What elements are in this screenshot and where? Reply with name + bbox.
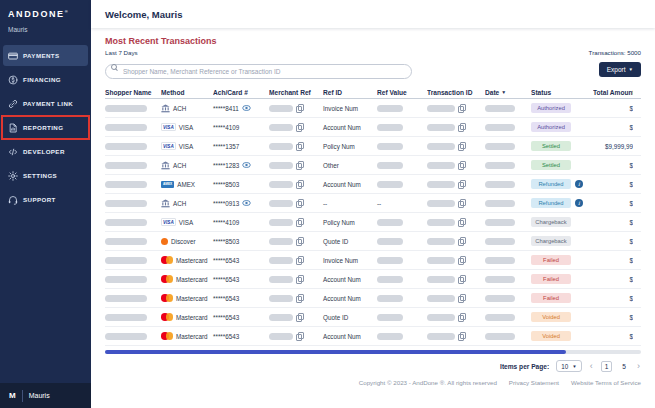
copy-icon[interactable] bbox=[296, 142, 304, 151]
shopper-name-placeholder bbox=[105, 238, 147, 245]
date-placeholder bbox=[485, 162, 515, 169]
transaction-row[interactable]: Mastercard*****6543Account NumFailed$ bbox=[105, 270, 641, 289]
amount-text: $ bbox=[629, 105, 633, 112]
reveal-eye-icon[interactable] bbox=[242, 162, 251, 168]
merchant-ref-placeholder bbox=[269, 276, 293, 283]
sidebar-nav: PAYMENTS FINANCING PAYMENT LINK REPORTIN… bbox=[0, 45, 91, 210]
sort-caret-icon: ▼ bbox=[501, 89, 506, 95]
horizontal-scrollbar[interactable] bbox=[105, 350, 641, 354]
copy-icon[interactable] bbox=[458, 256, 466, 265]
copy-icon[interactable] bbox=[296, 199, 304, 208]
sidebar-item-payments[interactable]: PAYMENTS bbox=[3, 45, 88, 66]
transaction-row[interactable]: ACH*****0913----Refunded$ bbox=[105, 194, 641, 213]
shopper-name-placeholder bbox=[105, 200, 147, 207]
registered-mark: ® bbox=[65, 9, 68, 14]
transaction-row[interactable]: ACH*****8411Invoice NumAuthorized$ bbox=[105, 99, 641, 118]
sidebar-item-settings[interactable]: SETTINGS bbox=[3, 165, 88, 186]
transaction-id-placeholder bbox=[427, 295, 455, 302]
transaction-row[interactable]: Discover*****8503Quote IDChargeback$ bbox=[105, 232, 641, 251]
pagination: Items per Page: 10 ▼ ‹ 1 5 › bbox=[105, 360, 641, 372]
copy-icon[interactable] bbox=[458, 104, 466, 113]
privacy-statement-link[interactable]: Privacy Statement bbox=[509, 379, 559, 386]
date-cell bbox=[485, 333, 531, 340]
info-icon[interactable] bbox=[575, 180, 583, 188]
transaction-id-placeholder bbox=[427, 257, 455, 264]
shopper-name-cell bbox=[105, 143, 161, 150]
transaction-id-cell bbox=[427, 313, 485, 322]
copy-icon[interactable] bbox=[296, 123, 304, 132]
transaction-row[interactable]: VISAVISA*****4109Policy NumChargeback$ bbox=[105, 213, 641, 232]
transaction-id-placeholder bbox=[427, 200, 455, 207]
terms-of-service-link[interactable]: Website Terms of Service bbox=[571, 379, 641, 386]
copy-icon[interactable] bbox=[296, 313, 304, 322]
transaction-row[interactable]: Mastercard*****6543Account NumFailed$ bbox=[105, 289, 641, 308]
column-header-shopper-name: Shopper Name bbox=[105, 89, 161, 96]
copy-icon[interactable] bbox=[458, 218, 466, 227]
copy-icon[interactable] bbox=[296, 104, 304, 113]
sidebar-item-developer[interactable]: DEVELOPER bbox=[3, 141, 88, 162]
copy-icon[interactable] bbox=[458, 180, 466, 189]
copy-icon[interactable] bbox=[296, 332, 304, 341]
sidebar-item-payment-link[interactable]: PAYMENT LINK bbox=[3, 93, 88, 114]
status-badge: Failed bbox=[531, 293, 571, 303]
brand-logo: ANDDONE® bbox=[0, 0, 91, 19]
transaction-row[interactable]: VISAVISA*****4109Account NumAuthorized$ bbox=[105, 118, 641, 137]
copy-icon[interactable] bbox=[458, 123, 466, 132]
ach-logo-icon bbox=[161, 104, 170, 113]
ref-value-cell bbox=[377, 333, 427, 340]
ref-value-cell bbox=[377, 295, 427, 302]
method-label: ACH bbox=[173, 200, 186, 207]
transaction-row[interactable]: Mastercard*****6543Account NumVoided$ bbox=[105, 327, 641, 346]
prev-page-button[interactable]: ‹ bbox=[589, 362, 594, 371]
main-area: Welcome, Mauris Most Recent Transactions… bbox=[91, 0, 655, 408]
copy-icon[interactable] bbox=[296, 256, 304, 265]
export-button[interactable]: Export ▼ bbox=[599, 62, 641, 77]
copy-icon[interactable] bbox=[296, 237, 304, 246]
transaction-row[interactable]: ACH*****1283OtherSettled$ bbox=[105, 156, 641, 175]
reveal-eye-icon[interactable] bbox=[242, 200, 251, 206]
merchant-ref-cell bbox=[269, 256, 323, 265]
copy-icon[interactable] bbox=[458, 199, 466, 208]
merchant-ref-cell bbox=[269, 218, 323, 227]
column-header-date[interactable]: Date▼ bbox=[485, 89, 531, 96]
copy-icon[interactable] bbox=[458, 142, 466, 151]
copy-icon[interactable] bbox=[296, 161, 304, 170]
page-number-current[interactable]: 1 bbox=[601, 361, 613, 372]
copy-icon[interactable] bbox=[458, 294, 466, 303]
transaction-row[interactable]: Mastercard*****6543Invoice NumFailed$ bbox=[105, 251, 641, 270]
sidebar-user-menu[interactable]: M Mauris bbox=[0, 383, 91, 408]
copy-icon[interactable] bbox=[458, 275, 466, 284]
copy-icon[interactable] bbox=[458, 332, 466, 341]
card-number: *****8503 bbox=[213, 181, 239, 188]
method-cell: ACH bbox=[161, 104, 213, 113]
copy-icon[interactable] bbox=[296, 275, 304, 284]
copy-icon[interactable] bbox=[458, 313, 466, 322]
copy-icon[interactable] bbox=[296, 218, 304, 227]
amount-text: $ bbox=[629, 162, 633, 169]
shopper-name-cell bbox=[105, 295, 161, 302]
status-cell: Failed bbox=[531, 293, 593, 303]
sidebar-item-label: PAYMENT LINK bbox=[23, 100, 73, 107]
copy-icon[interactable] bbox=[458, 161, 466, 170]
transaction-row[interactable]: AMEXAMEX*****8503Account NumRefunded$ bbox=[105, 175, 641, 194]
search-input[interactable] bbox=[105, 64, 412, 79]
copy-icon[interactable] bbox=[296, 180, 304, 189]
copy-icon[interactable] bbox=[296, 294, 304, 303]
items-per-page-select[interactable]: 10 ▼ bbox=[556, 360, 581, 372]
info-icon[interactable] bbox=[575, 199, 583, 207]
scrollbar-thumb[interactable] bbox=[105, 350, 566, 354]
user-name: Mauris bbox=[29, 392, 50, 399]
copy-icon[interactable] bbox=[458, 237, 466, 246]
sidebar-item-reporting[interactable]: REPORTING bbox=[3, 117, 88, 138]
sidebar-item-financing[interactable]: FINANCING bbox=[3, 69, 88, 90]
transaction-row[interactable]: VISAVISA*****1357Policy NumSettled$9,999… bbox=[105, 137, 641, 156]
transaction-row[interactable]: Mastercard*****6543Quote IDVoided$ bbox=[105, 308, 641, 327]
method-label: Mastercard bbox=[176, 295, 208, 302]
shopper-name-placeholder bbox=[105, 219, 147, 226]
shopper-name-cell bbox=[105, 276, 161, 283]
page-number-last[interactable]: 5 bbox=[619, 362, 629, 371]
next-page-button[interactable]: › bbox=[636, 362, 641, 371]
sidebar-item-support[interactable]: SUPPORT bbox=[3, 189, 88, 210]
reveal-eye-icon[interactable] bbox=[242, 105, 251, 111]
status-cell: Voided bbox=[531, 312, 593, 322]
